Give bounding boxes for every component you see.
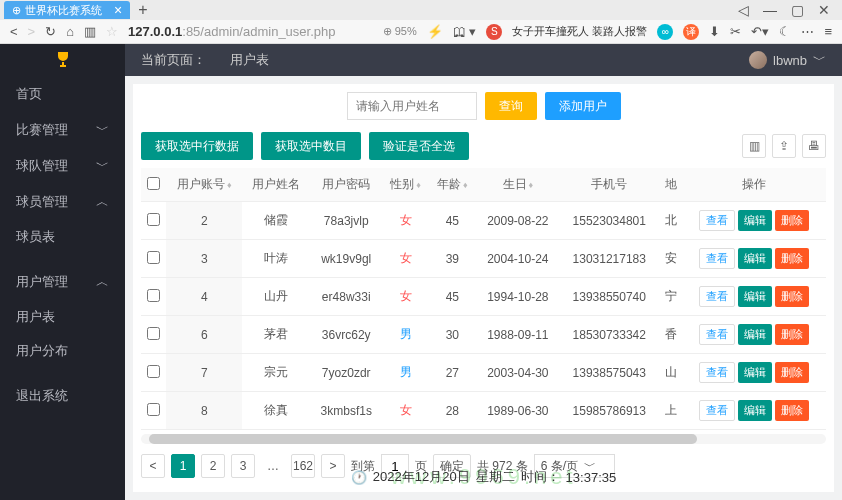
infinity-icon[interactable]: ∞ — [657, 24, 673, 40]
sidebar-item-team[interactable]: 球队管理﹀ — [0, 148, 125, 184]
chevron-down-icon[interactable]: ﹀ — [813, 51, 826, 69]
edit-button[interactable]: 编辑 — [738, 286, 772, 307]
delete-button[interactable]: 删除 — [775, 362, 809, 383]
get-selected-count-button[interactable]: 获取选中数目 — [261, 132, 361, 160]
forward-icon[interactable]: > — [28, 24, 36, 39]
view-button[interactable]: 查看 — [699, 286, 735, 307]
col-age[interactable]: 年龄♦ — [429, 168, 476, 202]
avatar[interactable] — [749, 51, 767, 69]
edit-button[interactable]: 编辑 — [738, 210, 772, 231]
row-checkbox[interactable] — [147, 327, 160, 340]
col-birthday[interactable]: 生日♦ — [476, 168, 560, 202]
sidebar-item-logout[interactable]: 退出系统 — [0, 378, 125, 414]
sidebar-item-home[interactable]: 首页 — [0, 76, 125, 112]
page-button[interactable]: 3 — [231, 454, 255, 478]
row-checkbox[interactable] — [147, 251, 160, 264]
table-row: 3 叶涛 wk19v9gl 女 39 2004-10-24 1303121718… — [141, 240, 826, 278]
browser-tab[interactable]: ⊕ 世界杯比赛系统 × — [4, 1, 130, 19]
page-button[interactable]: 162 — [291, 454, 315, 478]
view-button[interactable]: 查看 — [699, 248, 735, 269]
reader-icon[interactable]: ▥ — [84, 24, 96, 39]
columns-icon[interactable]: ▥ — [742, 134, 766, 158]
row-checkbox[interactable] — [147, 213, 160, 226]
sidebar-item-player-list[interactable]: 球员表 — [0, 220, 125, 254]
minimize-icon[interactable]: — — [763, 2, 777, 18]
next-page-button[interactable]: > — [321, 454, 345, 478]
reload-icon[interactable]: ↻ — [45, 24, 56, 39]
query-button[interactable]: 查询 — [485, 92, 537, 120]
close-icon[interactable]: × — [114, 2, 122, 18]
menu-icon[interactable]: ≡ — [824, 24, 832, 39]
translate-badge-icon[interactable]: 译 — [683, 24, 699, 40]
select-all-checkbox[interactable] — [147, 177, 160, 190]
export-icon[interactable]: ⇪ — [772, 134, 796, 158]
table-row: 7 宗元 7yoz0zdr 男 27 2003-04-30 1393857504… — [141, 354, 826, 392]
chevron-up-icon: ︿ — [96, 273, 109, 291]
sidebar-item-match[interactable]: 比赛管理﹀ — [0, 112, 125, 148]
prev-page-button[interactable]: < — [141, 454, 165, 478]
row-checkbox[interactable] — [147, 289, 160, 302]
delete-button[interactable]: 删除 — [775, 286, 809, 307]
shield-icon[interactable]: S — [486, 24, 502, 40]
edit-button[interactable]: 编辑 — [738, 400, 772, 421]
sidebar-item-user-dist[interactable]: 用户分布 — [0, 334, 125, 368]
cell-name: 山丹 — [242, 278, 310, 316]
user-table: 用户账号♦ 用户姓名 用户密码 性别♦ 年龄♦ 生日♦ 手机号 地 操作 2 储… — [141, 168, 826, 430]
scissors-icon[interactable]: ✂ — [730, 24, 741, 39]
horizontal-scrollbar[interactable] — [141, 434, 826, 444]
footer-time: 13:37:35 — [566, 470, 617, 485]
moon-icon[interactable]: ☾ — [779, 24, 791, 39]
view-button[interactable]: 查看 — [699, 210, 735, 231]
col-account[interactable]: 用户账号♦ — [166, 168, 242, 202]
edit-button[interactable]: 编辑 — [738, 324, 772, 345]
sidebar-item-user[interactable]: 用户管理︿ — [0, 264, 125, 300]
url-display[interactable]: 127.0.0.1:85/admin/admin_user.php — [128, 24, 335, 39]
undo-icon[interactable]: ↶▾ — [751, 24, 769, 39]
cell-name: 徐真 — [242, 392, 310, 430]
view-button[interactable]: 查看 — [699, 400, 735, 421]
delete-button[interactable]: 删除 — [775, 324, 809, 345]
zoom-level[interactable]: ⊕ 95% — [383, 25, 417, 38]
translate-icon[interactable]: 🕮 ▾ — [453, 24, 477, 39]
edit-button[interactable]: 编辑 — [738, 362, 772, 383]
row-checkbox[interactable] — [147, 403, 160, 416]
view-button[interactable]: 查看 — [699, 362, 735, 383]
topbar: 当前页面： 用户表 lbwnb ﹀ — [125, 44, 842, 76]
cell-age: 28 — [429, 392, 476, 430]
maximize-icon[interactable]: ▢ — [791, 2, 804, 18]
home-icon[interactable]: ⌂ — [66, 24, 74, 39]
search-input[interactable] — [347, 92, 477, 120]
print-icon[interactable]: 🖶 — [802, 134, 826, 158]
get-selected-rows-button[interactable]: 获取选中行数据 — [141, 132, 253, 160]
delete-button[interactable]: 删除 — [775, 400, 809, 421]
sidebar-item-player[interactable]: 球员管理︿ — [0, 184, 125, 220]
download-icon[interactable]: ⬇ — [709, 24, 720, 39]
cell-password: 78a3jvlp — [310, 202, 382, 240]
add-user-button[interactable]: 添加用户 — [545, 92, 621, 120]
row-checkbox[interactable] — [147, 365, 160, 378]
cell-addr: 北 — [659, 202, 683, 240]
view-button[interactable]: 查看 — [699, 324, 735, 345]
close-window-icon[interactable]: ✕ — [818, 2, 830, 18]
sort-icon: ♦ — [529, 180, 534, 190]
page-button[interactable]: 1 — [171, 454, 195, 478]
more-icon[interactable]: ⋯ — [801, 24, 814, 39]
sidebar: 首页 比赛管理﹀ 球队管理﹀ 球员管理︿ 球员表 用户管理︿ 用户表 用户分布 … — [0, 44, 125, 500]
news-snippet[interactable]: 女子开车撞死人 装路人报警 — [512, 24, 647, 39]
page-button[interactable]: 2 — [201, 454, 225, 478]
bolt-icon[interactable]: ⚡ — [427, 24, 443, 39]
edit-button[interactable]: 编辑 — [738, 248, 772, 269]
cell-name: 宗元 — [242, 354, 310, 392]
cell-password: 36vrc62y — [310, 316, 382, 354]
delete-button[interactable]: 删除 — [775, 248, 809, 269]
new-tab-button[interactable]: + — [138, 1, 147, 19]
check-all-button[interactable]: 验证是否全选 — [369, 132, 469, 160]
speaker-icon[interactable]: ◁ — [738, 2, 749, 18]
cell-gender: 女 — [382, 240, 429, 278]
sidebar-item-user-list[interactable]: 用户表 — [0, 300, 125, 334]
col-gender[interactable]: 性别♦ — [382, 168, 429, 202]
back-icon[interactable]: < — [10, 24, 18, 39]
star-icon[interactable]: ☆ — [106, 24, 118, 39]
delete-button[interactable]: 删除 — [775, 210, 809, 231]
cell-age: 39 — [429, 240, 476, 278]
